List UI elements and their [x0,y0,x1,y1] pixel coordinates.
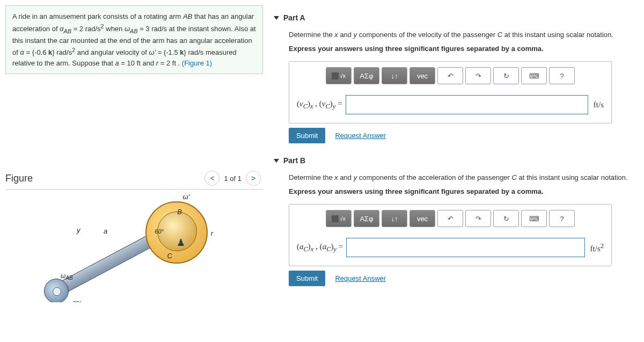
vec-button[interactable]: vec [409,67,435,84]
label-c-point: C [167,252,172,260]
part-a-prompt: Determine the x and y components of the … [289,30,644,40]
part-a-request-answer[interactable]: Request Answer [335,132,386,140]
template-button[interactable]: √x [326,67,352,84]
part-a-header[interactable]: Part A [274,13,644,22]
undo-button[interactable]: ↶ [437,67,463,84]
template-button[interactable]: √x [326,210,352,227]
part-b-title: Part B [283,156,305,165]
problem-statement: A ride in an amusement park consists of … [5,5,263,74]
figure-link[interactable]: (Figure 1) [182,59,212,67]
subsup-button[interactable]: ↓↑ [382,210,407,227]
redo-button[interactable]: ↷ [465,67,491,84]
part-b-header[interactable]: Part B [274,156,644,165]
keyboard-button[interactable]: ⌨ [521,67,547,84]
part-b-unit: ft/s2 [590,242,604,253]
part-b-lhs: (aC)x , (aC)y = [297,242,343,253]
part-b-instruction: Express your answers using three signifi… [289,186,644,197]
figure-next-button[interactable]: > [246,171,261,186]
caret-down-icon [274,159,279,163]
part-a-instruction: Express your answers using three signifi… [289,43,644,54]
label-y-axis: y [77,226,80,234]
greek-button[interactable]: ΑΣφ [354,67,379,84]
part-b-input[interactable] [346,238,584,257]
greek-button[interactable]: ΑΣφ [354,210,379,227]
part-b-prompt: Determine the x and y components of the … [289,172,644,183]
figure-title: Figure [5,173,202,184]
help-button[interactable]: ? [549,67,575,84]
part-a-answer-box: √x ΑΣφ ↓↑ vec ↶ ↷ ↻ ⌨ ? (vC)x , (vC)y = … [289,61,612,123]
reset-button[interactable]: ↻ [493,210,519,227]
figure-diagram: ♟ A B C r a y x ω' 30° 60° ωAB [35,206,239,302]
label-b-point: B [177,208,182,216]
vec-button[interactable]: vec [409,210,435,227]
label-omega-prime: ω' [182,193,189,201]
help-button[interactable]: ? [549,210,575,227]
part-a-title: Part A [283,13,305,22]
part-a-unit: ft/s [594,100,604,110]
part-a-input[interactable] [346,95,588,114]
reset-button[interactable]: ↻ [493,67,519,84]
part-a-submit-button[interactable]: Submit [289,128,325,143]
part-a-lhs: (vC)x , (vC)y = [297,99,342,111]
caret-down-icon [274,16,279,20]
part-b-submit-button[interactable]: Submit [289,271,325,286]
label-x-axis: x [89,301,92,302]
figure-counter: 1 of 1 [224,174,241,183]
figure-prev-button[interactable]: < [204,171,219,186]
label-angle-30: 30° [72,300,82,302]
part-b-answer-box: √x ΑΣφ ↓↑ vec ↶ ↷ ↻ ⌨ ? (aC)x , (aC)y = … [289,204,612,266]
redo-button[interactable]: ↷ [465,210,491,227]
subsup-button[interactable]: ↓↑ [382,67,407,84]
label-a-dim: a [104,227,107,235]
label-omega-ab: ωAB [61,272,73,281]
label-r: r [211,229,213,237]
undo-button[interactable]: ↶ [437,210,463,227]
problem-text: A ride in an amusement park consists of … [12,12,256,67]
keyboard-button[interactable]: ⌨ [521,210,547,227]
label-angle-60: 60° [155,228,164,235]
part-b-request-answer[interactable]: Request Answer [335,274,386,282]
